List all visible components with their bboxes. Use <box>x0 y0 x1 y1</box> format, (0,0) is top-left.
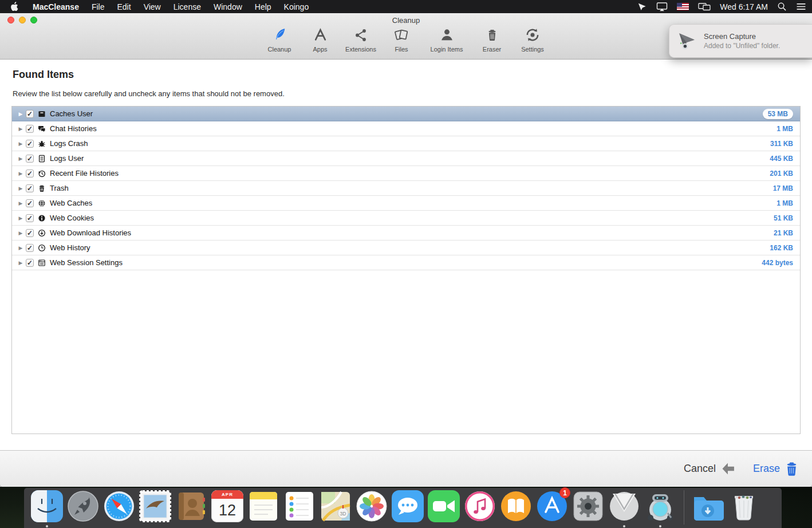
menu-item-help[interactable]: Help <box>249 2 278 11</box>
row-checkbox[interactable]: ✓ <box>26 110 34 118</box>
row-checkbox[interactable]: ✓ <box>26 125 34 133</box>
trash-small-icon <box>37 184 46 193</box>
disclosure-triangle-icon[interactable]: ▶ <box>17 126 25 132</box>
dock-icon-calendar[interactable]: APR12 <box>211 490 243 522</box>
dock-icon-system-preferences[interactable] <box>572 490 604 522</box>
globe-icon <box>37 199 46 208</box>
dock-icon-launchpad[interactable] <box>67 490 99 522</box>
table-row[interactable]: ▶✓Web Caches1 MB <box>12 196 800 211</box>
table-row[interactable]: ▶✓Web Cookies51 KB <box>12 211 800 226</box>
disclosure-triangle-icon[interactable]: ▶ <box>17 245 25 251</box>
running-indicator-dot <box>46 525 48 527</box>
apple-menu[interactable] <box>6 2 26 11</box>
table-row[interactable]: ▶✓Logs User445 KB <box>12 151 800 166</box>
notification-center-icon[interactable] <box>796 3 806 10</box>
svg-text:3D: 3D <box>340 511 346 517</box>
dock-icon-trash[interactable] <box>728 490 760 522</box>
row-label: Logs User <box>50 154 84 163</box>
row-checkbox[interactable]: ✓ <box>26 199 34 207</box>
table-row[interactable]: ▶✓Trash17 MB <box>12 181 800 196</box>
cancel-button[interactable]: Cancel <box>684 462 736 475</box>
row-checkbox[interactable]: ✓ <box>26 259 34 267</box>
menu-item-edit[interactable]: Edit <box>111 2 137 11</box>
dock-icon-facetime[interactable] <box>428 490 460 522</box>
table-row[interactable]: ▶✓Recent File Histories201 KB <box>12 166 800 181</box>
found-items-list[interactable]: ▶✓Caches User53 MB▶✓Chat Histories1 MB▶✓… <box>11 106 801 434</box>
dock-icon-itunes[interactable] <box>464 490 496 522</box>
disclosure-triangle-icon[interactable]: ▶ <box>17 230 25 236</box>
menu-item-window[interactable]: Window <box>207 2 249 11</box>
dock-icon-ibooks[interactable] <box>500 490 532 522</box>
dock-icon-robot-cleaner[interactable] <box>644 490 676 522</box>
dock-icon-downloads[interactable] <box>692 490 724 522</box>
dock-icon-app-store[interactable]: 1 <box>536 490 568 522</box>
toolbar-item-settings[interactable]: Settings <box>516 26 549 53</box>
disclosure-triangle-icon[interactable]: ▶ <box>17 171 25 176</box>
row-checkbox[interactable]: ✓ <box>26 244 34 252</box>
notification-title: Screen Capture <box>704 32 780 41</box>
table-row[interactable]: ▶✓Logs Crash311 KB <box>12 136 800 151</box>
disclosure-triangle-icon[interactable]: ▶ <box>17 141 25 147</box>
back-arrow-icon <box>721 462 736 475</box>
menu-item-view[interactable]: View <box>137 2 167 11</box>
dock-icon-maps[interactable]: 3D <box>320 490 352 522</box>
row-size-badge: 21 KB <box>774 229 793 237</box>
erase-button[interactable]: Erase <box>753 462 798 476</box>
trash-icon <box>485 26 499 44</box>
row-label: Chat Histories <box>50 124 97 133</box>
menu-clock[interactable]: Wed 6:17 AM <box>720 2 768 11</box>
table-row[interactable]: ▶✓Chat Histories1 MB <box>12 121 800 136</box>
row-size-badge: 162 KB <box>770 244 793 252</box>
disclosure-triangle-icon[interactable]: ▶ <box>17 260 25 266</box>
window-footer: Cancel Erase <box>0 450 812 487</box>
row-label: Caches User <box>50 109 93 118</box>
row-size-badge: 445 KB <box>770 155 793 163</box>
row-size-badge: 1 MB <box>776 199 793 207</box>
menu-item-file[interactable]: File <box>85 2 111 11</box>
browser-window-icon <box>37 258 46 267</box>
displays-icon[interactable] <box>698 2 711 11</box>
disclosure-triangle-icon[interactable]: ▶ <box>17 200 25 206</box>
toolbar-item-login-items[interactable]: Login Items <box>425 26 468 53</box>
toolbar-item-apps[interactable]: Apps <box>303 26 337 53</box>
page-title: Found Items <box>13 69 74 81</box>
disclosure-triangle-icon[interactable]: ▶ <box>17 156 25 161</box>
dock-icon-safari[interactable] <box>103 490 135 522</box>
row-checkbox[interactable]: ✓ <box>26 170 34 178</box>
menu-item-app-name[interactable]: MacCleanse <box>26 2 85 11</box>
row-checkbox[interactable]: ✓ <box>26 155 34 163</box>
dock-icon-reminders[interactable] <box>283 490 316 522</box>
toolbar-item-eraser[interactable]: Eraser <box>475 26 509 53</box>
row-checkbox[interactable]: ✓ <box>26 140 34 148</box>
dock-icon-finder[interactable] <box>31 490 63 522</box>
window-content: Found Items Review the list below carefu… <box>0 60 812 450</box>
menu-item-license[interactable]: License <box>167 2 207 11</box>
table-row[interactable]: ▶✓Web History162 KB <box>12 241 800 255</box>
toolbar-item-files[interactable]: Files <box>385 26 418 53</box>
menu-item-koingo[interactable]: Koingo <box>278 2 316 11</box>
dock-icon-gray-utility[interactable] <box>608 490 640 522</box>
dock-icon-mail[interactable] <box>139 490 171 522</box>
spotlight-icon[interactable] <box>777 2 787 11</box>
disclosure-triangle-icon[interactable]: ▶ <box>17 111 25 117</box>
toolbar-item-extensions[interactable]: Extensions <box>344 26 377 53</box>
row-checkbox[interactable]: ✓ <box>26 229 34 237</box>
dock-icon-contacts[interactable] <box>175 490 207 522</box>
bug-icon <box>37 139 46 148</box>
row-checkbox[interactable]: ✓ <box>26 214 34 222</box>
toolbar-item-cleanup[interactable]: Cleanup <box>263 26 296 53</box>
disclosure-triangle-icon[interactable]: ▶ <box>17 186 25 191</box>
screen-capture-icon[interactable] <box>637 2 647 11</box>
dock-icon-messages[interactable] <box>392 490 424 522</box>
notification-banner[interactable]: Screen Capture Added to "Unfiled" folder… <box>669 24 812 58</box>
table-row[interactable]: ▶✓Web Download Histories21 KB <box>12 226 800 241</box>
row-checkbox[interactable]: ✓ <box>26 184 34 192</box>
table-row[interactable]: ▶✓Caches User53 MB <box>12 107 800 121</box>
airplay-display-icon[interactable] <box>656 2 668 11</box>
table-row[interactable]: ▶✓Web Session Settings442 bytes <box>12 255 800 270</box>
disclosure-triangle-icon[interactable]: ▶ <box>17 215 25 221</box>
dock-icon-notes[interactable] <box>247 490 279 522</box>
us-flag-icon[interactable] <box>677 3 689 10</box>
dock-icon-photos[interactable] <box>356 490 388 522</box>
row-label: Recent File Histories <box>50 169 119 178</box>
